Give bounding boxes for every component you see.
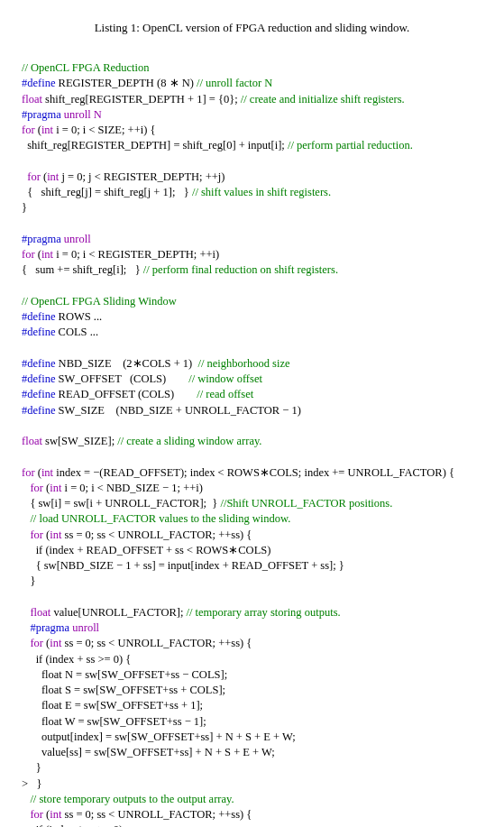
code-text: float W = sw[SW_OFFSET+ss − 1]; — [22, 715, 206, 728]
code-text: value[UNROLL_FACTOR]; — [50, 606, 186, 619]
pp-define: #define — [22, 326, 55, 338]
kw-for: for — [22, 124, 35, 136]
pp-define: #define — [22, 310, 55, 323]
comment: // load UNROLL_FACTOR values to the slid… — [22, 512, 290, 525]
pragma-arg: unroll — [61, 233, 91, 245]
code-listing: // OpenCL FPGA Reduction #define REGISTE… — [22, 45, 482, 827]
code-text: ss = 0; ss < UNROLL_FACTOR; ++ss) { — [61, 637, 252, 649]
kw-for: for — [22, 248, 35, 261]
kw-for: for — [30, 482, 43, 494]
pragma-arg: unroll — [69, 621, 99, 634]
code-text: ss = 0; ss < UNROLL_FACTOR; ++ss) { — [61, 808, 252, 821]
code-text: if (index + ss >= 0) { — [22, 653, 131, 666]
comment: // OpenCL FPGA Sliding Window — [22, 295, 177, 308]
comment: // create and initialize shift registers… — [241, 93, 405, 106]
code-text: COLS ... — [55, 326, 98, 338]
code-text: } — [22, 761, 41, 774]
comment: // perform final reduction on shift regi… — [143, 263, 338, 276]
type-float: float — [30, 606, 50, 619]
code-text: j = 0; j < REGISTER_DEPTH; ++j) — [59, 170, 225, 183]
comment: // temporary array storing outputs. — [187, 606, 341, 619]
comment: // read offset — [197, 388, 253, 400]
kw-for: for — [30, 808, 43, 821]
code-text: { sw[NBD_SIZE − 1 + ss] = input[index + … — [22, 559, 344, 572]
pp-define: #define — [22, 372, 55, 385]
comment: // perform partial reduction. — [288, 139, 413, 152]
kw-for: for — [22, 466, 35, 479]
type-int: int — [41, 466, 53, 479]
code-text: ROWS ... — [55, 310, 102, 323]
code-text: shift_reg[REGISTER_DEPTH + 1] = {0}; — [42, 93, 241, 106]
code-text: float S = sw[SW_OFFSET+ss + COLS]; — [22, 684, 225, 696]
code-text: { shift_reg[j] = shift_reg[j + 1]; } — [22, 186, 192, 198]
kw-for: for — [27, 170, 41, 183]
pp-define: #define — [22, 404, 55, 417]
type-int: int — [50, 637, 61, 649]
kw-for: for — [30, 528, 43, 541]
code-text: if (index + ss >= 0) — [22, 823, 123, 827]
comment: // OpenCL FPGA Reduction — [22, 61, 150, 74]
comment: // window offset — [188, 372, 262, 385]
comment: // store temporary outputs to the output… — [22, 793, 234, 805]
code-text: REGISTER_DEPTH (8 — [59, 77, 170, 89]
type-int: int — [41, 248, 53, 261]
page: { "caption": "Listing 1: OpenCL version … — [0, 0, 504, 827]
code-text: sw[SW_SIZE]; — [42, 435, 117, 447]
code-text: { sum += shift_reg[i]; } — [22, 263, 143, 276]
code-text: SW_OFFSET (COLS) — [55, 372, 188, 385]
comment: // shift values in shift registers. — [192, 186, 331, 198]
type-int: int — [50, 808, 61, 821]
listing-caption: Listing 1: OpenCL version of FPGA reduct… — [22, 20, 482, 36]
comment: // neighborhood size — [197, 357, 289, 370]
code-text: if (index + READ_OFFSET + ss < ROWS∗COLS… — [22, 544, 270, 556]
code-text: } — [22, 574, 35, 587]
comment: //Shift UNROLL_FACTOR positions. — [220, 497, 392, 510]
type-int: int — [47, 170, 59, 183]
pp-define: #define — [22, 77, 55, 89]
type-int: int — [50, 528, 61, 541]
code-text: { sw[i] = sw[i + UNROLL_FACTOR]; } — [22, 497, 220, 510]
pp-define: #define — [22, 388, 55, 400]
code-text: index = −(READ_OFFSET); index < ROWS∗COL… — [53, 466, 454, 479]
comment: // create a sliding window array. — [117, 435, 261, 447]
code-text: SW_SIZE (NBD_SIZE + UNROLL_FACTOR − 1) — [55, 404, 300, 417]
code-text: READ_OFFSET (COLS) — [55, 388, 197, 400]
pp-pragma: #pragma — [22, 108, 61, 121]
code-text: float E = sw[SW_OFFSET+ss + 1]; — [22, 699, 203, 712]
code-text: ss = 0; ss < UNROLL_FACTOR; ++ss) { — [61, 528, 252, 541]
type-float: float — [22, 435, 42, 447]
code-text: i = 0; i < NBD_SIZE − 1; ++i) — [61, 482, 202, 494]
code-text: N) — [179, 77, 197, 89]
pp-define: #define — [22, 357, 55, 370]
kw-for: for — [30, 637, 43, 649]
code-text: NBD_SIZE (2∗COLS + 1) — [55, 357, 197, 370]
code-text: float N = sw[SW_OFFSET+ss − COLS]; — [22, 668, 227, 681]
pp-pragma: #pragma — [30, 621, 69, 634]
code-text: value[ss] = sw[SW_OFFSET+ss] + N + S + E… — [22, 746, 275, 758]
code-text: i = 0; i < SIZE; ++i) { — [53, 124, 155, 136]
type-int: int — [50, 482, 61, 494]
code-text: } — [28, 777, 41, 790]
type-int: int — [41, 124, 53, 136]
code-text: output[index] = sw[SW_OFFSET+ss] + N + S… — [22, 731, 296, 743]
comment: // unroll factor N — [197, 77, 272, 89]
stray-char: > — [22, 777, 28, 790]
type-float: float — [22, 93, 42, 106]
pp-pragma: #pragma — [22, 233, 61, 245]
code-text: i = 0; i < REGISTER_DEPTH; ++i) — [53, 248, 219, 261]
code-text: ∗ — [170, 77, 179, 89]
pragma-arg: unroll N — [61, 108, 102, 121]
code-text: shift_reg[REGISTER_DEPTH] = shift_reg[0]… — [22, 139, 288, 152]
